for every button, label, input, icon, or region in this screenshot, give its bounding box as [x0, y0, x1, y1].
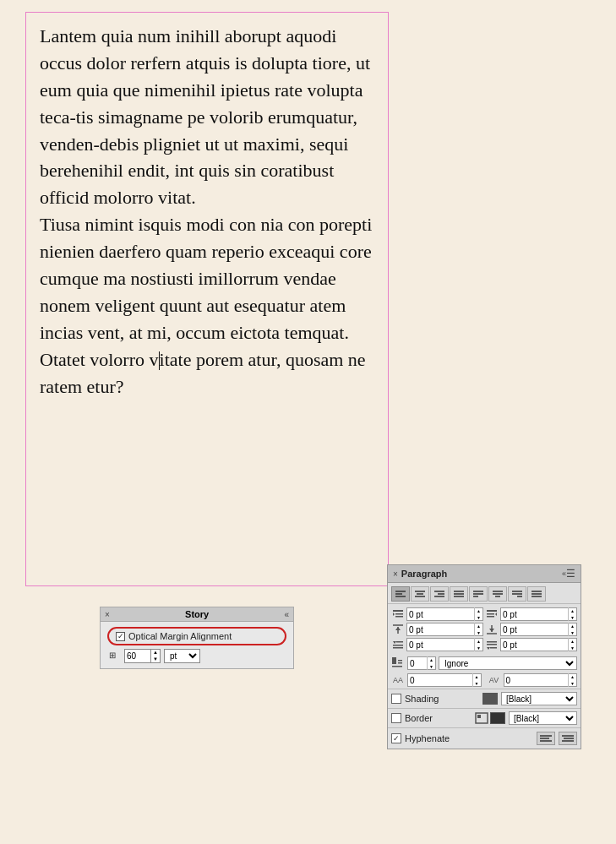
svg-rect-24 [393, 610, 403, 612]
left-indent-icon [391, 607, 405, 621]
hyphenate-row: Hyphenate [388, 727, 581, 749]
right-indent-row: ▲ ▼ [485, 607, 577, 621]
space-before-input[interactable] [407, 625, 474, 634]
shading-row: Shading [Black] [White] Custom [388, 689, 581, 708]
space-before-arrows: ▲ ▼ [474, 623, 482, 636]
hyphenate-checkbox[interactable] [391, 733, 401, 743]
size-arrows: ▲ ▼ [150, 649, 160, 663]
left-indent-up[interactable]: ▲ [475, 607, 482, 614]
align-justify-last-center-button[interactable] [488, 586, 507, 602]
right-indent-up[interactable]: ▲ [569, 607, 576, 614]
align-right-button[interactable] [430, 586, 449, 602]
svg-rect-43 [487, 644, 497, 645]
align-justify-button[interactable] [450, 586, 468, 602]
space-after-down[interactable]: ▼ [569, 629, 576, 636]
drop-cap-input[interactable] [408, 659, 427, 668]
align-right-icon [434, 590, 444, 598]
story-panel-body: Optical Margin Alignment ⊞ ▲ ▼ pt px mm [101, 622, 293, 668]
border-checkbox[interactable] [391, 713, 401, 723]
drop-cap-select-wrap: Ignore Lines Fixed [439, 656, 577, 670]
first-line-indent-input[interactable] [407, 640, 474, 650]
svg-rect-42 [487, 641, 497, 643]
size-row: ⊞ ▲ ▼ pt px mm [107, 649, 286, 663]
svg-rect-47 [398, 660, 402, 662]
svg-rect-45 [490, 647, 497, 649]
align-center-icon [415, 590, 425, 598]
align-justify-icon [454, 590, 464, 598]
last-line-indent-field: ▲ ▼ [500, 638, 577, 651]
word-spacing-down[interactable]: ▼ [473, 680, 481, 687]
align-justify-all-button[interactable] [527, 586, 546, 602]
paragraph-panel-close[interactable]: × [393, 569, 398, 579]
svg-rect-25 [395, 613, 403, 615]
space-before-row: ▲ ▼ [391, 623, 483, 636]
word-spacing-up[interactable]: ▲ [473, 673, 481, 680]
size-input[interactable] [125, 651, 150, 661]
last-line-indent-input[interactable] [501, 640, 568, 650]
svg-rect-40 [393, 645, 403, 646]
align-justify-last-right-button[interactable] [508, 586, 526, 602]
size-up-arrow[interactable]: ▲ [151, 649, 160, 656]
space-after-input[interactable] [501, 625, 568, 634]
shading-color-swatch [482, 693, 498, 705]
drop-cap-up[interactable]: ▲ [428, 656, 435, 663]
last-line-up[interactable]: ▲ [569, 638, 576, 645]
space-after-up[interactable]: ▲ [569, 623, 576, 629]
drop-cap-select[interactable]: Ignore Lines Fixed [439, 658, 576, 669]
svg-rect-51 [477, 715, 481, 718]
border-color-swatch [490, 712, 505, 724]
border-color-select-wrap: [Black] [White] Custom [509, 711, 577, 725]
space-before-down[interactable]: ▼ [475, 629, 482, 636]
align-center-button[interactable] [411, 586, 429, 602]
shading-color-select[interactable]: [Black] [White] Custom [502, 694, 576, 705]
align-buttons-row [388, 583, 581, 604]
word-spacing-field: ▲ ▼ [407, 673, 482, 687]
svg-marker-27 [393, 613, 395, 616]
align-left-button[interactable] [391, 586, 410, 602]
first-line-down[interactable]: ▼ [475, 645, 482, 651]
align-justify-all-icon [532, 590, 542, 598]
svg-rect-49 [392, 666, 402, 667]
paragraph-panel: × Paragraph « ☰ [387, 564, 581, 749]
border-color-select[interactable]: [Black] [White] Custom [510, 713, 576, 724]
right-indent-arrows: ▲ ▼ [568, 607, 576, 621]
optical-margin-checkbox[interactable] [116, 632, 125, 641]
left-indent-row: ▲ ▼ [391, 607, 483, 621]
char-spacing-input[interactable] [504, 676, 569, 685]
left-indent-input[interactable] [407, 610, 474, 619]
size-down-arrow[interactable]: ▼ [151, 656, 160, 662]
first-line-indent-arrows: ▲ ▼ [474, 638, 482, 651]
hyphenate-option-button-2[interactable] [559, 732, 577, 745]
char-spacing-field: ▲ ▼ [504, 673, 578, 687]
drop-cap-down[interactable]: ▼ [428, 663, 435, 670]
left-indent-field: ▲ ▼ [406, 607, 483, 621]
char-spacing-down[interactable]: ▼ [569, 680, 576, 687]
left-indent-down[interactable]: ▼ [475, 614, 482, 621]
right-indent-input[interactable] [501, 610, 568, 619]
hyphenate-option-button-1[interactable] [537, 732, 555, 745]
space-before-up[interactable]: ▲ [475, 623, 482, 629]
svg-rect-29 [487, 613, 494, 615]
last-line-down[interactable]: ▼ [569, 645, 576, 651]
right-indent-down[interactable]: ▼ [569, 614, 576, 621]
drop-cap-arrows: ▲ ▼ [427, 656, 435, 670]
story-panel-expand[interactable]: « [284, 610, 289, 619]
paragraph-2: Tiusa nimint isquis modi con nia con por… [40, 211, 374, 346]
word-spacing-input[interactable] [408, 676, 472, 685]
paragraph-panel-menu[interactable]: ☰ [566, 568, 575, 580]
svg-rect-41 [393, 647, 403, 649]
shading-color-select-wrap: [Black] [White] Custom [501, 692, 577, 705]
align-justify-last-center-icon [493, 590, 503, 598]
hyphenate-label: Hyphenate [405, 733, 533, 743]
story-panel-title: Story [110, 609, 285, 619]
first-line-up[interactable]: ▲ [475, 638, 482, 645]
story-panel-titlebar: × Story « [101, 607, 293, 622]
char-spacing-up[interactable]: ▲ [569, 673, 576, 680]
first-line-indent-row: ▲ ▼ [391, 638, 483, 651]
shading-checkbox[interactable] [391, 694, 401, 704]
align-justify-last-left-button[interactable] [469, 586, 488, 602]
align-left-icon [395, 590, 406, 598]
size-unit-select[interactable]: pt px mm [164, 649, 200, 663]
svg-rect-39 [396, 641, 403, 643]
hyphenate-icon-2 [561, 733, 575, 743]
